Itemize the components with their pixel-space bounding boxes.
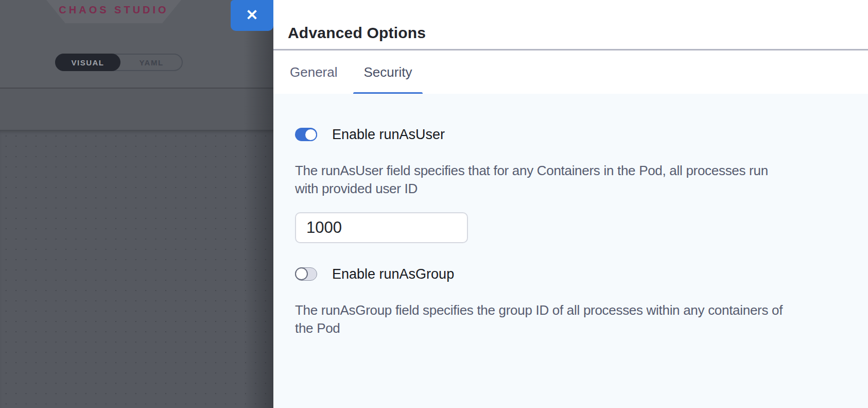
- dimmed-backdrop[interactable]: CHAOS STUDIO VISUAL YAML: [0, 0, 273, 408]
- tab-security-label: Security: [364, 64, 412, 80]
- tab-security[interactable]: Security: [353, 50, 423, 94]
- tab-general[interactable]: General: [290, 64, 338, 80]
- visual-tab-button[interactable]: VISUAL: [55, 54, 120, 71]
- run-as-user-toggle[interactable]: [295, 128, 317, 141]
- run-as-group-toggle[interactable]: [295, 267, 317, 281]
- header-canvas-divider: [0, 88, 273, 89]
- run-as-user-row: Enable runAsUser: [295, 128, 868, 141]
- run-as-user-label: Enable runAsUser: [332, 127, 445, 143]
- tab-bar: General Security: [273, 50, 868, 94]
- close-icon: ✕: [246, 8, 258, 23]
- studio-banner: CHAOS STUDIO: [46, 0, 181, 23]
- close-drawer-button[interactable]: ✕: [231, 0, 273, 31]
- view-mode-toggle: VISUAL YAML: [55, 54, 183, 71]
- workflow-canvas: [0, 130, 273, 408]
- toggle-knob: [295, 267, 308, 280]
- run-as-group-description: The runAsGroup field specifies the group…: [295, 301, 787, 337]
- studio-title: CHAOS STUDIO: [59, 4, 168, 16]
- drawer-title: Advanced Options: [288, 24, 426, 42]
- advanced-options-drawer: Advanced Options General Security Enable…: [273, 0, 868, 408]
- run-as-user-description: The runAsUser field specifies that for a…: [295, 162, 787, 198]
- security-tab-panel: Enable runAsUser The runAsUser field spe…: [273, 94, 868, 408]
- yaml-tab-button[interactable]: YAML: [121, 55, 182, 70]
- run-as-user-input[interactable]: [295, 212, 468, 243]
- toggle-knob: [304, 128, 317, 141]
- run-as-group-label: Enable runAsGroup: [332, 266, 454, 282]
- run-as-group-row: Enable runAsGroup: [295, 267, 868, 281]
